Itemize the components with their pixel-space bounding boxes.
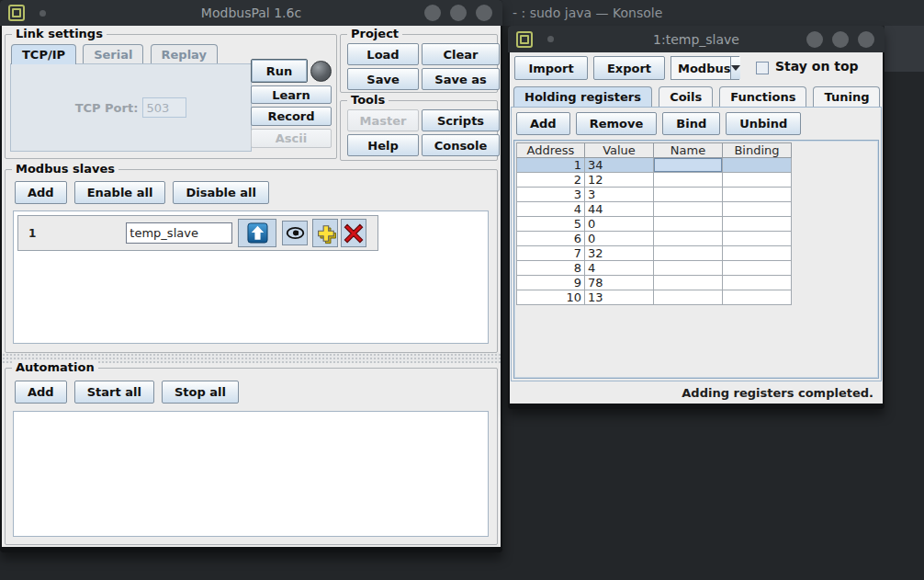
cell-binding[interactable] <box>723 276 792 290</box>
remove-register-button[interactable]: Remove <box>576 112 658 135</box>
ascii-button[interactable]: Ascii <box>251 129 332 148</box>
master-button[interactable]: Master <box>347 109 419 131</box>
cell-name[interactable] <box>654 158 723 173</box>
save-as-button[interactable]: Save as <box>422 68 500 90</box>
help-button[interactable]: Help <box>347 134 419 156</box>
table-row[interactable]: 9 78 <box>516 276 792 290</box>
cell-address[interactable]: 10 <box>516 290 585 305</box>
cell-name[interactable] <box>654 232 723 246</box>
cell-name[interactable] <box>654 202 723 217</box>
cell-name[interactable] <box>654 173 723 188</box>
cell-value[interactable]: 3 <box>585 188 654 202</box>
add-automation-button[interactable]: Add <box>15 381 67 404</box>
tcp-port-input[interactable] <box>142 97 186 118</box>
header-cell-value[interactable]: Value <box>585 142 654 158</box>
cell-address[interactable]: 3 <box>516 188 585 202</box>
tab-tcpip[interactable]: TCP/IP <box>11 44 76 64</box>
slave-close-button[interactable] <box>858 31 874 48</box>
slave-row[interactable]: 1 <box>17 215 378 251</box>
export-button[interactable]: Export <box>593 56 665 80</box>
record-button[interactable]: Record <box>251 107 332 126</box>
import-button[interactable]: Import <box>514 56 588 80</box>
table-row[interactable]: 10 13 <box>516 290 792 305</box>
start-all-button[interactable]: Start all <box>74 381 154 404</box>
tab-tuning[interactable]: Tuning <box>813 86 880 107</box>
cell-name[interactable] <box>654 246 723 261</box>
table-row[interactable]: 1 34 <box>516 158 792 173</box>
cell-binding[interactable] <box>723 232 792 246</box>
table-row[interactable]: 2 12 <box>516 173 792 188</box>
cell-address[interactable]: 6 <box>516 232 585 246</box>
load-button[interactable]: Load <box>347 43 419 65</box>
table-row[interactable]: 3 3 <box>516 188 792 202</box>
cell-binding[interactable] <box>723 217 792 232</box>
cell-binding[interactable] <box>723 202 792 217</box>
cell-value[interactable]: 13 <box>585 290 654 305</box>
header-cell-name[interactable]: Name <box>654 142 723 158</box>
scripts-button[interactable]: Scripts <box>422 109 500 131</box>
cell-value[interactable]: 44 <box>585 202 654 217</box>
cell-name[interactable] <box>654 290 723 305</box>
header-cell-binding[interactable]: Binding <box>723 142 792 158</box>
maximize-button[interactable] <box>450 5 467 21</box>
enable-all-button[interactable]: Enable all <box>74 181 166 204</box>
cell-value[interactable]: 32 <box>585 246 654 261</box>
header-cell-address[interactable]: Address <box>516 142 585 158</box>
cell-value[interactable]: 34 <box>585 158 654 173</box>
cell-name[interactable] <box>654 188 723 202</box>
console-button[interactable]: Console <box>422 134 500 156</box>
tab-holding-registers[interactable]: Holding registers <box>513 86 652 107</box>
cell-value[interactable]: 0 <box>585 232 654 246</box>
slave-list[interactable]: 1 <box>13 210 489 344</box>
learn-button[interactable]: Learn <box>251 85 332 104</box>
cell-address[interactable]: 2 <box>516 173 585 188</box>
modbus-implementation-select[interactable]: Modbus <box>670 56 739 80</box>
tab-functions[interactable]: Functions <box>719 86 806 107</box>
table-row[interactable]: 6 0 <box>516 232 792 246</box>
cell-name[interactable] <box>654 276 723 290</box>
cell-binding[interactable] <box>723 261 792 276</box>
table-row[interactable]: 8 4 <box>516 261 792 276</box>
stay-on-top-checkbox[interactable] <box>756 62 769 74</box>
cell-binding[interactable] <box>723 158 792 173</box>
cell-binding[interactable] <box>723 188 792 202</box>
save-button[interactable]: Save <box>347 68 419 90</box>
slave-maximize-button[interactable] <box>832 31 849 48</box>
cell-value[interactable]: 4 <box>585 261 654 276</box>
stop-all-button[interactable]: Stop all <box>162 381 239 404</box>
minimize-button[interactable] <box>424 5 441 21</box>
slave-name-input[interactable] <box>126 222 232 244</box>
cell-binding[interactable] <box>723 246 792 261</box>
cell-binding[interactable] <box>723 290 792 305</box>
table-row[interactable]: 4 44 <box>516 202 792 217</box>
tab-serial[interactable]: Serial <box>83 44 143 64</box>
table-row[interactable]: 5 0 <box>516 217 792 232</box>
cell-address[interactable]: 7 <box>516 246 585 261</box>
bind-button[interactable]: Bind <box>662 112 720 135</box>
unbind-button[interactable]: Unbind <box>726 112 801 135</box>
slave-enabled-toggle[interactable] <box>238 219 276 247</box>
table-row[interactable]: 7 32 <box>516 246 792 261</box>
cell-address[interactable]: 9 <box>516 276 585 290</box>
modbuspal-titlebar[interactable]: ModbusPal 1.6c <box>0 0 502 26</box>
cell-address[interactable]: 8 <box>516 261 585 276</box>
add-register-button[interactable]: Add <box>516 112 570 135</box>
slave-minimize-button[interactable] <box>806 31 823 48</box>
cell-name[interactable] <box>654 261 723 276</box>
cell-name[interactable] <box>654 217 723 232</box>
delete-slave-button[interactable] <box>341 219 366 247</box>
disable-all-button[interactable]: Disable all <box>173 181 269 204</box>
konsole-titlebar[interactable]: - : sudo java — Konsole <box>501 0 924 26</box>
close-button[interactable] <box>476 5 492 21</box>
registers-scrollpane[interactable]: Address Value Name Binding 1 34 2 12 <box>513 140 879 379</box>
add-tuner-button[interactable] <box>312 219 338 247</box>
add-slave-button[interactable]: Add <box>15 181 67 204</box>
clear-button[interactable]: Clear <box>422 43 500 65</box>
tab-replay[interactable]: Replay <box>151 44 218 64</box>
cell-value[interactable]: 78 <box>585 276 654 290</box>
cell-address[interactable]: 5 <box>516 217 585 232</box>
show-slave-button[interactable] <box>282 221 308 245</box>
cell-value[interactable]: 12 <box>585 173 654 188</box>
cell-binding[interactable] <box>723 173 792 188</box>
automation-list[interactable] <box>13 411 489 537</box>
